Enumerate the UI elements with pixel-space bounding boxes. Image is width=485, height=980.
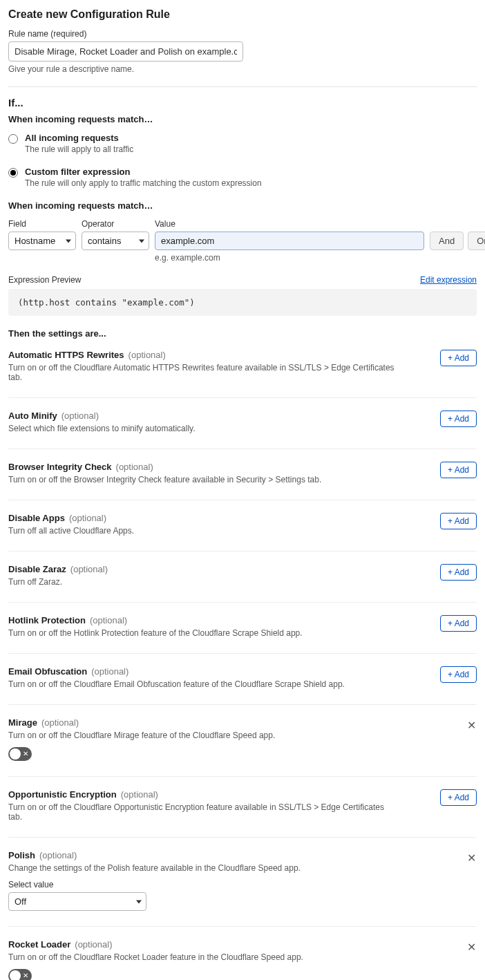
divider: [8, 837, 477, 838]
setting-desc: Turn on or off the Cloudflare Rocket Loa…: [8, 952, 303, 962]
setting-disable-apps: Disable Apps (optional) Turn off all act…: [8, 510, 477, 536]
setting-title: Mirage: [8, 717, 37, 728]
chevron-down-icon: [136, 900, 142, 903]
add-button[interactable]: + Add: [440, 615, 477, 632]
setting-desc: Turn on or off the Cloudflare Email Obfu…: [8, 679, 345, 689]
polish-select-label: Select value: [8, 880, 477, 889]
divider: [8, 500, 477, 500]
setting-desc: Turn on or off the Browser Integrity Che…: [8, 475, 321, 484]
operator-select[interactable]: contains: [82, 232, 149, 250]
setting-polish: Polish (optional) Change the settings of…: [8, 847, 477, 911]
rule-name-label: Rule name (required): [8, 29, 477, 39]
optional-label: (optional): [70, 564, 108, 574]
expression-preview-label: Expression Preview: [8, 275, 81, 285]
optional-label: (optional): [69, 513, 106, 523]
divider: [8, 704, 477, 705]
add-button[interactable]: + Add: [440, 462, 477, 478]
operator-label: Operator: [82, 219, 149, 229]
setting-title: Auto Minify: [8, 411, 57, 421]
and-button[interactable]: And: [430, 232, 464, 250]
close-icon[interactable]: ✕: [466, 942, 477, 953]
rule-name-group: Rule name (required) Give your rule a de…: [8, 29, 477, 74]
setting-disable-zaraz: Disable Zaraz (optional) Turn off Zaraz.…: [8, 561, 477, 587]
setting-rocket-loader: Rocket Loader (optional) Turn on or off …: [8, 936, 477, 980]
filter-builder-row: Field Hostname Operator contains Value e…: [8, 219, 477, 263]
setting-desc: Turn on or off the Cloudflare Mirage fea…: [8, 731, 275, 740]
value-input[interactable]: [155, 232, 424, 250]
setting-title: Opportunistic Encryption: [8, 789, 117, 800]
setting-email-obfuscation: Email Obfuscation (optional) Turn on or …: [8, 663, 477, 689]
setting-title: Hotlink Protection: [8, 615, 86, 625]
then-heading: Then the settings are...: [8, 328, 477, 339]
radio-all-title: All incoming requests: [25, 133, 133, 143]
x-icon: ✕: [23, 751, 28, 757]
add-button[interactable]: + Add: [440, 513, 477, 529]
setting-desc: Turn off Zaraz.: [8, 577, 108, 587]
setting-desc: Turn on or off the Cloudflare Automatic …: [8, 363, 395, 382]
divider: [8, 776, 477, 777]
setting-desc: Turn on or off the Cloudflare Opportunis…: [8, 802, 395, 822]
edit-expression-link[interactable]: Edit expression: [420, 275, 477, 285]
polish-select[interactable]: Off: [8, 892, 146, 911]
setting-browser-integrity-check: Browser Integrity Check (optional) Turn …: [8, 459, 477, 484]
field-label: Field: [8, 219, 76, 229]
setting-hotlink-protection: Hotlink Protection (optional) Turn on or…: [8, 612, 477, 638]
divider: [8, 653, 477, 654]
radio-icon[interactable]: [8, 168, 18, 178]
add-button[interactable]: + Add: [440, 789, 477, 806]
or-button[interactable]: Or: [468, 232, 485, 250]
field-select[interactable]: Hostname: [8, 232, 76, 250]
setting-title: Polish: [8, 850, 35, 860]
value-hint: e.g. example.com: [155, 253, 424, 263]
chevron-down-icon: [66, 239, 71, 243]
rule-name-input[interactable]: [8, 41, 243, 62]
optional-label: (optional): [41, 717, 79, 728]
optional-label: (optional): [116, 462, 153, 472]
setting-opportunistic-encryption: Opportunistic Encryption (optional) Turn…: [8, 786, 477, 822]
close-icon[interactable]: ✕: [466, 720, 477, 731]
divider: [8, 86, 477, 87]
divider: [8, 449, 477, 449]
radio-custom-filter[interactable]: Custom filter expression The rule will o…: [8, 167, 477, 188]
divider: [8, 602, 477, 603]
page-title: Create new Configuration Rule: [8, 8, 477, 21]
setting-title: Automatic HTTPS Rewrites: [8, 350, 124, 360]
optional-label: (optional): [91, 666, 129, 677]
divider: [8, 926, 477, 927]
radio-custom-title: Custom filter expression: [25, 167, 262, 177]
mirage-toggle[interactable]: ✕: [8, 747, 32, 761]
radio-all-desc: The rule will apply to all traffic: [25, 144, 133, 154]
setting-desc: Change the settings of the Polish featur…: [8, 863, 301, 873]
optional-label: (optional): [75, 939, 112, 950]
if-heading: If...: [8, 97, 477, 109]
radio-all-requests[interactable]: All incoming requests The rule will appl…: [8, 133, 477, 154]
optional-label: (optional): [129, 350, 166, 360]
setting-title: Rocket Loader: [8, 939, 70, 950]
chevron-down-icon: [139, 239, 144, 243]
match-heading: When incoming requests match…: [8, 114, 477, 124]
setting-desc: Turn off all active Cloudflare Apps.: [8, 526, 134, 536]
radio-icon[interactable]: [8, 134, 18, 144]
setting-auto-https: Automatic HTTPS Rewrites (optional) Turn…: [8, 347, 477, 382]
setting-auto-minify: Auto Minify (optional) Select which file…: [8, 408, 477, 433]
add-button[interactable]: + Add: [440, 411, 477, 427]
setting-desc: Select which file extensions to minify a…: [8, 424, 196, 433]
rocket-loader-toggle[interactable]: ✕: [8, 969, 32, 980]
match-heading-2: When incoming requests match…: [8, 200, 477, 211]
rule-name-hint: Give your rule a descriptive name.: [8, 64, 477, 74]
optional-label: (optional): [61, 411, 99, 421]
setting-title: Disable Apps: [8, 513, 65, 523]
close-icon[interactable]: ✕: [466, 853, 477, 864]
value-label: Value: [155, 219, 424, 229]
radio-custom-desc: The rule will only apply to traffic matc…: [25, 178, 262, 188]
optional-label: (optional): [90, 615, 127, 625]
add-button[interactable]: + Add: [440, 564, 477, 581]
add-button[interactable]: + Add: [440, 350, 477, 366]
optional-label: (optional): [121, 789, 158, 800]
setting-mirage: Mirage (optional) Turn on or off the Clo…: [8, 715, 477, 761]
x-icon: ✕: [23, 972, 28, 979]
add-button[interactable]: + Add: [440, 666, 477, 683]
optional-label: (optional): [39, 850, 77, 860]
divider: [8, 397, 477, 398]
setting-title: Email Obfuscation: [8, 666, 87, 677]
